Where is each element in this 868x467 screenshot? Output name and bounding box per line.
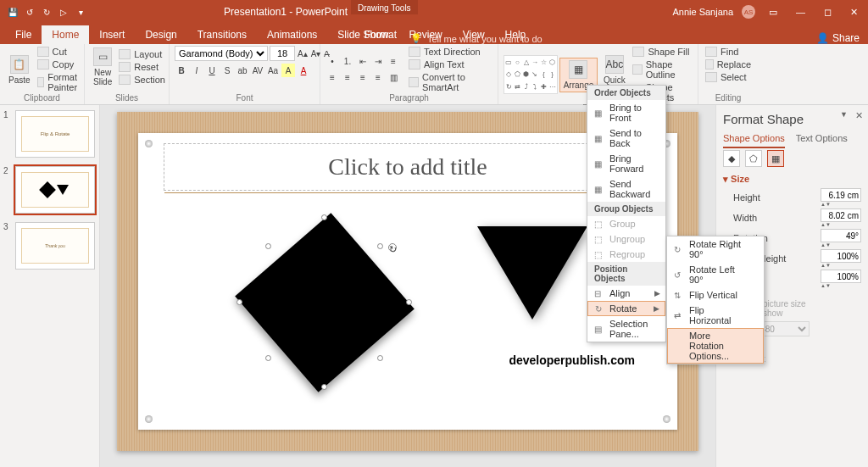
size-section-header[interactable]: ▾ Size <box>723 174 861 185</box>
replace-button[interactable]: Replace <box>704 58 753 70</box>
pane-tab-shape-options[interactable]: Shape Options <box>723 133 785 148</box>
redo-icon[interactable]: ↻ <box>41 6 53 18</box>
ribbon-display-options-icon[interactable]: ▭ <box>764 5 782 19</box>
strike-button[interactable]: S <box>220 64 234 77</box>
convert-smartart-button[interactable]: Convert to SmartArt <box>407 71 492 93</box>
title-placeholder[interactable]: Click to add title <box>164 143 652 191</box>
size-properties-icon[interactable]: ▦ <box>767 150 784 167</box>
bullets-button[interactable]: • <box>326 55 339 69</box>
tab-format[interactable]: Format <box>354 25 407 44</box>
font-size-input[interactable] <box>270 46 295 61</box>
minimize-icon[interactable]: — <box>791 5 810 19</box>
reset-button[interactable]: Reset <box>117 61 167 73</box>
width-spinner[interactable]: ▲▼ <box>821 222 831 227</box>
send-backward-item[interactable]: ▦Send Backward <box>587 176 665 202</box>
shape-outline-button[interactable]: Shape Outline <box>631 58 693 81</box>
undo-icon[interactable]: ↺ <box>24 6 36 18</box>
height-input[interactable] <box>821 188 861 202</box>
autosave-icon[interactable]: 💾 <box>7 6 19 18</box>
rotate-right-item[interactable]: ↻Rotate Right 90° <box>667 236 764 262</box>
effects-icon[interactable]: ⬠ <box>745 150 762 167</box>
start-from-beginning-icon[interactable]: ▷ <box>58 6 70 18</box>
italic-button[interactable]: I <box>190 64 203 77</box>
line-spacing-button[interactable]: ≡ <box>387 55 400 69</box>
tab-insert[interactable]: Insert <box>89 25 135 44</box>
resize-handle[interactable] <box>321 214 327 220</box>
char-spacing-button[interactable]: AV <box>251 64 264 77</box>
shapes-gallery[interactable]: ▭○△→☆⬡ ◇⬠⬢↘{} ↻⇄⤴⤵✚⋯ <box>504 55 558 94</box>
section-button[interactable]: Section <box>117 74 167 86</box>
selected-rectangle-shape[interactable]: ↻ <box>240 218 409 387</box>
align-center-button[interactable]: ≡ <box>341 71 354 85</box>
layout-button[interactable]: Layout <box>117 48 167 60</box>
find-button[interactable]: Find <box>704 46 753 58</box>
tab-transitions[interactable]: Transitions <box>187 25 257 44</box>
scale-height-input[interactable] <box>821 249 861 263</box>
scale-width-spinner[interactable]: ▲▼ <box>821 283 831 288</box>
user-avatar[interactable]: AS <box>742 5 755 19</box>
scale-width-input[interactable] <box>821 270 861 283</box>
columns-button[interactable]: ▥ <box>387 71 400 85</box>
pane-options-icon[interactable]: ▼ <box>840 110 848 119</box>
slide-thumbnail-3[interactable]: Thank you <box>15 222 95 270</box>
underline-button[interactable]: U <box>205 64 219 77</box>
scale-height-spinner[interactable]: ▲▼ <box>821 263 831 268</box>
slide-thumbnail-2[interactable] <box>15 166 95 214</box>
resize-handle[interactable] <box>321 384 327 390</box>
selection-pane-item[interactable]: ▤Selection Pane... <box>587 316 665 342</box>
select-button[interactable]: Select <box>704 71 753 83</box>
tab-file[interactable]: File <box>5 25 42 44</box>
resize-handle[interactable] <box>377 355 383 361</box>
align-item[interactable]: ⊟Align▶ <box>587 286 665 301</box>
height-spinner[interactable]: ▲▼ <box>821 202 831 207</box>
new-slide-button[interactable]: ▭ New Slide <box>90 46 115 88</box>
width-input[interactable] <box>821 208 861 222</box>
shadow-button[interactable]: ab <box>236 64 249 77</box>
shape-body[interactable] <box>235 213 415 392</box>
decrease-indent-button[interactable]: ⇤ <box>356 55 370 69</box>
shape-fill-button[interactable]: Shape Fill <box>631 46 693 58</box>
numbering-button[interactable]: 1. <box>341 55 354 69</box>
pane-close-icon[interactable]: ✕ <box>855 110 863 121</box>
resize-handle[interactable] <box>265 243 271 249</box>
triangle-shape[interactable] <box>477 226 587 320</box>
share-button[interactable]: 👤 Share <box>816 32 860 44</box>
resize-handle[interactable] <box>265 355 271 361</box>
rotate-item[interactable]: ↻Rotate▶ <box>587 301 665 316</box>
increase-indent-button[interactable]: ⇥ <box>371 55 385 69</box>
copy-button[interactable]: Copy <box>36 58 84 70</box>
tell-me-search[interactable]: 💡 Tell me what you want to do <box>410 33 542 44</box>
format-painter-button[interactable]: Format Painter <box>36 71 84 93</box>
grow-font-icon[interactable]: A▴ <box>297 47 309 60</box>
flip-horizontal-item[interactable]: ⇄Flip Horizontal <box>667 303 764 328</box>
flip-vertical-item[interactable]: ⇅Flip Vertical <box>667 287 764 303</box>
slide-thumbnail-1[interactable]: Flip & Rotate <box>15 110 95 158</box>
resize-handle[interactable] <box>377 243 383 249</box>
text-direction-button[interactable]: Text Direction <box>407 46 492 58</box>
justify-button[interactable]: ≡ <box>371 71 385 85</box>
pane-tab-text-options[interactable]: Text Options <box>796 133 848 147</box>
rotation-spinner[interactable]: ▲▼ <box>821 242 831 247</box>
align-right-button[interactable]: ≡ <box>356 71 370 85</box>
more-rotation-item[interactable]: More Rotation Options... <box>667 328 764 364</box>
resize-handle[interactable] <box>236 299 242 305</box>
change-case-button[interactable]: Aa <box>266 64 280 77</box>
slide-thumbnails-panel[interactable]: 1 Flip & Rotate 2 3 Thank you <box>0 105 100 467</box>
send-to-back-item[interactable]: ▦Send to Back <box>587 125 665 151</box>
rotate-left-item[interactable]: ↺Rotate Left 90° <box>667 262 764 287</box>
bring-to-front-item[interactable]: ▦Bring to Front <box>587 100 665 125</box>
font-name-combo[interactable]: Garamond (Body) <box>175 46 268 61</box>
close-icon[interactable]: ✕ <box>845 5 863 19</box>
tab-home[interactable]: Home <box>42 25 89 44</box>
paste-button[interactable]: 📋 Paste <box>5 53 34 86</box>
tab-animations[interactable]: Animations <box>257 25 327 44</box>
align-text-button[interactable]: Align Text <box>407 58 492 70</box>
bring-forward-item[interactable]: ▦Bring Forward <box>587 151 665 176</box>
resize-handle[interactable] <box>406 299 412 305</box>
rotation-input[interactable] <box>821 229 861 242</box>
fill-line-icon[interactable]: ◆ <box>723 150 740 167</box>
qat-customize-icon[interactable]: ▾ <box>75 6 86 18</box>
tab-design[interactable]: Design <box>135 25 186 44</box>
highlight-button[interactable]: A <box>281 64 295 77</box>
cut-button[interactable]: Cut <box>36 46 84 58</box>
